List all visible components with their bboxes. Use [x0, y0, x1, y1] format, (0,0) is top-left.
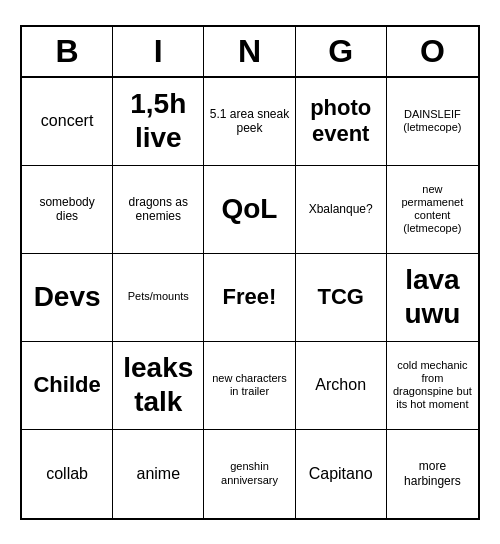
bingo-cell[interactable]: new permamenet content (letmecope) — [387, 166, 478, 254]
bingo-cell[interactable]: 5.1 area sneak peek — [204, 78, 295, 166]
cell-text: Pets/mounts — [128, 290, 189, 303]
bingo-cell[interactable]: concert — [22, 78, 113, 166]
header-letter: O — [387, 27, 478, 76]
bingo-cell[interactable]: QoL — [204, 166, 295, 254]
bingo-cell[interactable]: cold mechanic from dragonspine but its h… — [387, 342, 478, 430]
bingo-cell[interactable]: DAINSLEIF (letmecope) — [387, 78, 478, 166]
cell-text: 5.1 area sneak peek — [209, 107, 289, 136]
bingo-cell[interactable]: Xbalanque? — [296, 166, 387, 254]
bingo-grid: concert1,5h live5.1 area sneak peekphoto… — [22, 78, 478, 518]
cell-text: concert — [41, 111, 93, 130]
bingo-cell[interactable]: photo event — [296, 78, 387, 166]
cell-text: Archon — [315, 375, 366, 394]
bingo-cell[interactable]: anime — [113, 430, 204, 518]
cell-text: Free! — [223, 284, 277, 310]
cell-text: somebody dies — [27, 195, 107, 224]
bingo-cell[interactable]: more harbingers — [387, 430, 478, 518]
header-letter: N — [204, 27, 295, 76]
header-letter: B — [22, 27, 113, 76]
cell-text: photo event — [301, 95, 381, 148]
header-letter: G — [296, 27, 387, 76]
bingo-cell[interactable]: Capitano — [296, 430, 387, 518]
cell-text: leaks talk — [118, 351, 198, 418]
cell-text: DAINSLEIF (letmecope) — [392, 108, 473, 134]
cell-text: new characters in trailer — [209, 372, 289, 398]
bingo-cell[interactable]: Free! — [204, 254, 295, 342]
cell-text: more harbingers — [392, 459, 473, 488]
bingo-cell[interactable]: genshin anniversary — [204, 430, 295, 518]
bingo-cell[interactable]: Archon — [296, 342, 387, 430]
bingo-cell[interactable]: TCG — [296, 254, 387, 342]
bingo-cell[interactable]: somebody dies — [22, 166, 113, 254]
cell-text: Xbalanque? — [309, 202, 373, 216]
bingo-card: BINGO concert1,5h live5.1 area sneak pee… — [20, 25, 480, 520]
cell-text: anime — [137, 464, 181, 483]
bingo-cell[interactable]: new characters in trailer — [204, 342, 295, 430]
bingo-header: BINGO — [22, 27, 478, 78]
bingo-cell[interactable]: Pets/mounts — [113, 254, 204, 342]
cell-text: collab — [46, 464, 88, 483]
cell-text: dragons as enemies — [118, 195, 198, 224]
bingo-cell[interactable]: dragons as enemies — [113, 166, 204, 254]
cell-text: Childe — [33, 372, 100, 398]
bingo-cell[interactable]: Childe — [22, 342, 113, 430]
cell-text: cold mechanic from dragonspine but its h… — [392, 359, 473, 412]
cell-text: Devs — [34, 280, 101, 314]
cell-text: new permamenet content (letmecope) — [392, 183, 473, 236]
bingo-cell[interactable]: 1,5h live — [113, 78, 204, 166]
cell-text: Capitano — [309, 464, 373, 483]
bingo-cell[interactable]: leaks talk — [113, 342, 204, 430]
cell-text: 1,5h live — [118, 87, 198, 154]
bingo-cell[interactable]: collab — [22, 430, 113, 518]
cell-text: TCG — [317, 284, 363, 310]
bingo-cell[interactable]: lava uwu — [387, 254, 478, 342]
bingo-cell[interactable]: Devs — [22, 254, 113, 342]
cell-text: lava uwu — [392, 263, 473, 330]
cell-text: genshin anniversary — [209, 460, 289, 486]
cell-text: QoL — [221, 192, 277, 226]
header-letter: I — [113, 27, 204, 76]
